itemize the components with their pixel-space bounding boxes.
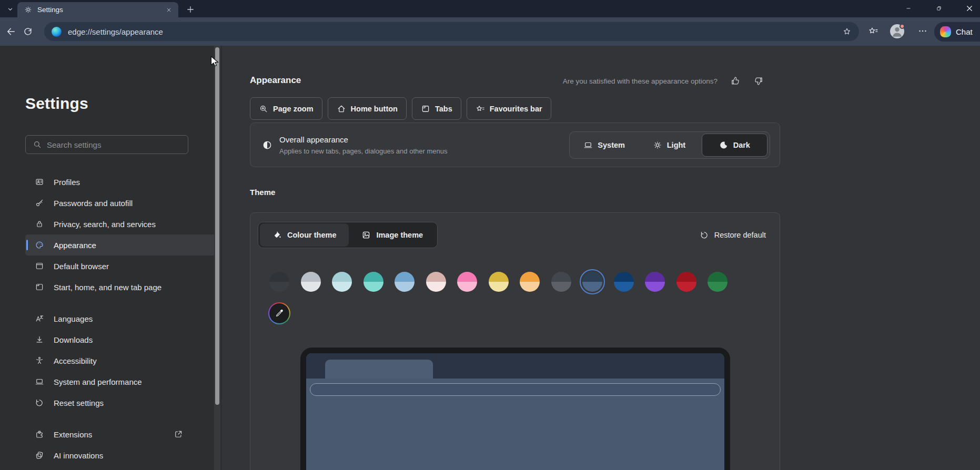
restore-default-button[interactable]: Restore default — [700, 222, 766, 248]
thumb-down-button[interactable] — [753, 76, 764, 86]
swatch-dark-blue[interactable] — [614, 272, 634, 292]
home-button-button[interactable]: Home button — [328, 97, 407, 120]
search-icon — [33, 140, 42, 149]
sidebar-item-label: AI innovations — [54, 451, 103, 460]
sidebar-item-extensions[interactable]: Extensions — [25, 424, 216, 445]
sidebar-item-label: Start, home, and new tab page — [54, 283, 161, 292]
tab-colour-theme[interactable]: Colour theme — [260, 223, 349, 247]
sidebar-item-reset-settings[interactable]: Reset settings — [25, 392, 216, 413]
swatch-pale-pink[interactable] — [426, 272, 446, 292]
swatch-orange[interactable] — [520, 272, 540, 292]
browser-window: Settings edge://settings/appearance Chat… — [0, 0, 980, 470]
page-zoom-button[interactable]: Page zoom — [250, 97, 322, 120]
swatch-yellow[interactable] — [489, 272, 509, 292]
sidebar-item-downloads[interactable]: Downloads — [25, 329, 216, 350]
back-button[interactable] — [5, 26, 17, 37]
tab-image-theme[interactable]: Image theme — [349, 223, 436, 247]
reset-icon — [35, 398, 44, 407]
appearance-mode-switcher: SystemLightDark — [569, 131, 770, 159]
sidebar-item-languages[interactable]: Languages — [25, 308, 216, 329]
gear-icon — [24, 6, 32, 14]
close-window-button[interactable] — [962, 1, 977, 16]
sun-icon — [653, 140, 662, 150]
swatch-red[interactable] — [676, 272, 696, 292]
swatch-light-grey[interactable] — [301, 272, 321, 292]
custom-colour-button-inner — [269, 303, 289, 323]
sidebar-item-appearance[interactable]: Appearance — [25, 234, 216, 256]
swatch-navy-blue[interactable] — [582, 272, 602, 292]
sidebar-item-label: Appearance — [54, 241, 96, 250]
address-bar[interactable]: edge://settings/appearance — [44, 22, 859, 41]
mode-system[interactable]: System — [572, 134, 637, 157]
new-tab-button[interactable] — [185, 4, 196, 15]
sidebar-title: Settings — [25, 95, 88, 113]
sidebar-item-accessibility[interactable]: Accessibility — [25, 350, 216, 371]
feedback-question: Are you satisfied with these appearance … — [563, 77, 718, 85]
swatch-default-grey[interactable] — [269, 272, 289, 292]
favourites-button[interactable] — [868, 26, 878, 36]
search-settings-input[interactable] — [47, 140, 184, 149]
sidebar-item-profiles[interactable]: Profiles — [25, 171, 216, 192]
sidebar-item-label: Languages — [54, 314, 93, 323]
reset-icon — [700, 230, 709, 240]
theme-heading: Theme — [250, 188, 275, 197]
mode-light[interactable]: Light — [637, 134, 701, 157]
favourite-star-icon[interactable] — [842, 27, 852, 36]
more-menu-button[interactable] — [917, 26, 928, 36]
refresh-button[interactable] — [22, 26, 34, 37]
sidebar-item-start-home-new-tab[interactable]: Start, home, and new tab page — [25, 277, 216, 298]
swatch-steel-blue[interactable] — [395, 272, 415, 292]
feedback-prompt: Are you satisfied with these appearance … — [563, 76, 764, 86]
sidebar-item-ai-innovations[interactable]: AI innovations — [25, 445, 216, 466]
sidebar-item-system-performance[interactable]: System and performance — [25, 371, 216, 392]
tab-title: Settings — [37, 6, 164, 14]
tab-settings[interactable]: Settings — [17, 2, 178, 17]
preview-tab — [325, 360, 433, 379]
overall-appearance-card: Overall appearance Applies to new tabs, … — [250, 122, 780, 167]
mode-dark[interactable]: Dark — [702, 134, 767, 157]
accessibility-icon — [35, 356, 44, 365]
image-icon — [361, 230, 371, 240]
paint-icon — [272, 230, 282, 240]
sidebar-item-default-browser[interactable]: Default browser — [25, 256, 216, 277]
sidebar-item-label: Profiles — [54, 178, 80, 187]
search-settings-box[interactable] — [25, 135, 188, 154]
title-bar: Settings — [0, 0, 980, 17]
swatch-purple[interactable] — [645, 272, 665, 292]
swatch-green[interactable] — [708, 272, 728, 292]
laptop-icon — [583, 140, 593, 150]
sidebar-item-label: Extensions — [54, 430, 92, 439]
thumb-up-button[interactable] — [730, 76, 741, 86]
star-lines-icon — [868, 26, 878, 36]
minimize-button[interactable] — [901, 1, 916, 16]
tab-actions-button[interactable] — [4, 4, 16, 14]
favourites-bar-button[interactable]: Favourites bar — [467, 97, 551, 120]
sidebar-item-passwords-and-autofill[interactable]: Passwords and autofill — [25, 192, 216, 213]
quick-button-label: Page zoom — [273, 105, 314, 113]
scrollbar-thumb[interactable] — [215, 47, 219, 405]
swatch-pink[interactable] — [457, 272, 477, 292]
home-icon — [337, 104, 346, 114]
mode-label: Light — [667, 141, 685, 149]
colour-swatch-row — [269, 272, 728, 292]
quick-button-label: Home button — [351, 105, 398, 113]
palette-icon — [35, 240, 44, 250]
half-circle-icon — [262, 140, 272, 150]
quick-button-label: Tabs — [435, 105, 452, 113]
sidebar-item-privacy-search-services[interactable]: Privacy, search, and services — [25, 213, 216, 234]
close-tab-button[interactable] — [164, 5, 174, 15]
swatch-teal[interactable] — [363, 272, 383, 292]
swatch-grey[interactable] — [551, 272, 571, 292]
swatch-pale-cyan[interactable] — [332, 272, 352, 292]
custom-colour-button[interactable] — [268, 302, 290, 324]
mouse-cursor — [210, 56, 219, 68]
sidebar-item-label: Reset settings — [54, 399, 104, 407]
restore-default-label: Restore default — [714, 231, 766, 239]
tabs-button[interactable]: Tabs — [412, 97, 461, 120]
avatar-status-badge — [900, 24, 905, 29]
restore-button[interactable] — [931, 1, 947, 16]
sidebar-item-label: Passwords and autofill — [54, 199, 133, 208]
copilot-chat-button[interactable]: Chat — [934, 22, 980, 42]
quick-settings-row: Page zoomHome buttonTabsFavourites bar — [250, 97, 551, 120]
theme-type-tabs: Colour themeImage theme — [258, 222, 438, 248]
